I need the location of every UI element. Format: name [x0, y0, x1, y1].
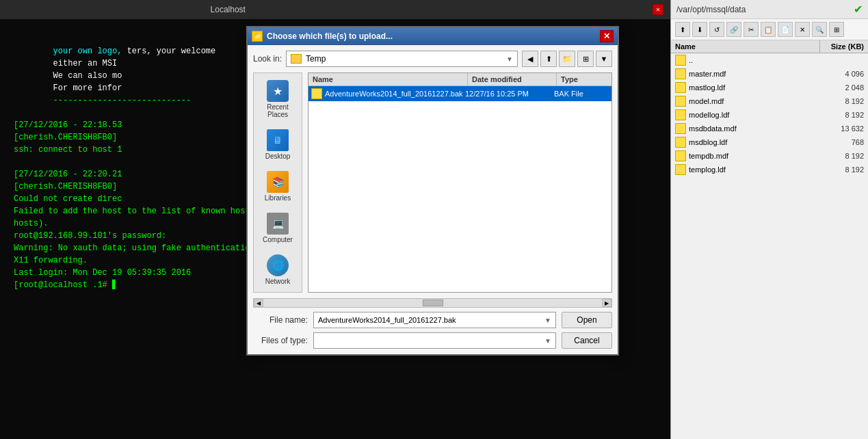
right-file-name: master.mdf — [689, 70, 816, 78]
file-row-type: BAK File — [554, 90, 609, 98]
network-icon-shape: 🌐 — [267, 254, 289, 276]
folder-icon — [291, 54, 302, 64]
file-row-bak[interactable]: AdventureWorks2014_full_20161227.bak 12/… — [308, 86, 611, 101]
right-panel-path: /var/opt/mssql/data ✔ — [671, 0, 868, 19]
file-type-icon — [675, 150, 686, 161]
nav-item-network[interactable]: 🌐 Network — [254, 252, 302, 288]
right-panel-file-item[interactable]: templog.ldf8 192 — [671, 163, 868, 176]
dialog-top-toolbar: ◀ ⬆ 📁 ⊞ ▼ — [522, 51, 612, 67]
toolbar-btn-3[interactable]: ↺ — [709, 22, 724, 37]
toolbar-btn-2[interactable]: ⬇ — [692, 22, 707, 37]
right-file-size: 8 192 — [816, 152, 864, 160]
horizontal-scrollbar[interactable]: ◀ ▶ — [253, 298, 612, 308]
dialog-title-text: Choose which file(s) to upload... — [267, 31, 393, 41]
right-panel-file-list: ..master.mdf4 096mastlog.ldf2 048model.m… — [671, 53, 868, 431]
file-area-header: Name Date modified Type — [308, 73, 611, 86]
right-file-size: 2 048 — [816, 83, 864, 92]
file-type-icon — [675, 55, 686, 66]
dialog-views-btn[interactable]: ⊞ — [577, 51, 594, 67]
toolbar-btn-4[interactable]: 🔗 — [726, 22, 741, 37]
dialog-main-area: ★ Recent Places 🖥 Desktop 📚 — [253, 72, 612, 293]
toolbar-btn-1[interactable]: ⬆ — [675, 22, 690, 37]
nav-item-libraries[interactable]: 📚 Libraries — [254, 168, 302, 204]
right-file-name: .. — [689, 56, 816, 64]
toolbar-btn-9[interactable]: 🔍 — [812, 22, 827, 37]
terminal-title: Localhost — [211, 5, 246, 14]
files-of-type-row: Files of type: ▼ Cancel — [253, 332, 612, 349]
files-of-type-label: Files of type: — [253, 336, 308, 345]
cancel-button[interactable]: Cancel — [562, 332, 612, 349]
file-type-icon — [675, 68, 686, 79]
dialog-back-btn[interactable]: ◀ — [522, 51, 538, 67]
scrollbar-thumb[interactable] — [423, 300, 443, 306]
recent-icon-shape: ★ — [267, 80, 289, 102]
right-panel-file-item[interactable]: master.mdf4 096 — [671, 67, 868, 81]
right-file-size: 4 096 — [816, 70, 864, 78]
right-panel-file-item[interactable]: model.mdf8 192 — [671, 94, 868, 108]
right-file-name: msdblog.ldf — [689, 138, 816, 146]
file-col-type[interactable]: Type — [557, 73, 611, 85]
right-panel-file-item[interactable]: tempdb.mdf8 192 — [671, 149, 868, 163]
terminal-titlebar: Localhost ✕ — [0, 0, 670, 19]
right-file-name: msdbdata.mdf — [689, 124, 816, 133]
look-in-row: Look in: Temp ▼ ◀ ⬆ 📁 ⊞ ▼ — [253, 51, 612, 67]
dialog-close-button[interactable]: ✕ — [600, 30, 614, 42]
open-button[interactable]: Open — [562, 312, 612, 328]
right-panel-file-item[interactable]: msdbdata.mdf13 632 — [671, 122, 868, 135]
libraries-icon: 📚 — [267, 171, 289, 193]
right-file-name: mastlog.ldf — [689, 83, 816, 92]
right-file-name: tempdb.mdf — [689, 152, 816, 160]
files-of-type-dropdown-arrow[interactable]: ▼ — [544, 337, 551, 345]
file-row-modified: 12/27/16 10:25 PM — [465, 90, 554, 98]
dialog-new-folder-btn[interactable]: 📁 — [559, 51, 575, 67]
files-of-type-combo[interactable]: ▼ — [313, 332, 556, 349]
right-file-name: templog.ldf — [689, 165, 816, 174]
right-file-size: 8 192 — [816, 165, 864, 174]
filename-combo[interactable]: AdventureWorks2014_full_20161227.bak ▼ — [313, 312, 556, 328]
file-type-icon — [675, 82, 686, 93]
file-area: Name Date modified Type AdventureWorks20… — [308, 72, 612, 293]
look-in-dropdown-arrow[interactable]: ▼ — [506, 55, 513, 63]
right-panel-toolbar: ⬆ ⬇ ↺ 🔗 ✂ 📋 📄 ✕ 🔍 ⊞ — [671, 19, 868, 40]
toolbar-btn-6[interactable]: 📋 — [761, 22, 776, 37]
filename-label: File name: — [253, 315, 308, 325]
nav-item-recent-places[interactable]: ★ Recent Places — [254, 77, 302, 121]
look-in-combo[interactable]: Temp ▼ — [286, 51, 518, 67]
file-col-name[interactable]: Name — [308, 73, 468, 85]
terminal-close-button[interactable]: ✕ — [653, 4, 663, 15]
computer-icon-shape: 💻 — [267, 213, 289, 235]
file-type-icon — [675, 96, 686, 107]
scrollbar-left-arrow[interactable]: ◀ — [254, 299, 263, 307]
column-name-header: Name — [671, 40, 820, 53]
right-panel-file-item[interactable]: .. — [671, 53, 868, 67]
scrollbar-right-arrow[interactable]: ▶ — [602, 299, 611, 307]
file-row-name: AdventureWorks2014_full_20161227.bak — [325, 90, 465, 98]
look-in-value: Temp — [306, 54, 326, 64]
nav-item-computer[interactable]: 💻 Computer — [254, 210, 302, 246]
right-file-size: 8 192 — [816, 97, 864, 105]
dialog-body: Look in: Temp ▼ ◀ ⬆ 📁 ⊞ ▼ — [248, 45, 618, 354]
libraries-icon-shape: 📚 — [267, 171, 289, 193]
right-file-name: modellog.ldf — [689, 111, 816, 119]
file-col-modified[interactable]: Date modified — [468, 73, 557, 85]
file-upload-dialog[interactable]: 📁 Choose which file(s) to upload... ✕ Lo… — [246, 26, 619, 356]
filename-value: AdventureWorks2014_full_20161227.bak — [318, 316, 456, 324]
filename-dropdown-arrow[interactable]: ▼ — [544, 317, 551, 324]
bak-file-icon — [311, 88, 322, 99]
right-panel-file-item[interactable]: mastlog.ldf2 048 — [671, 81, 868, 94]
toolbar-btn-8[interactable]: ✕ — [795, 22, 810, 37]
right-panel-file-item[interactable]: msdblog.ldf768 — [671, 135, 868, 149]
network-label: Network — [265, 278, 291, 285]
toolbar-btn-7[interactable]: 📄 — [778, 22, 793, 37]
toolbar-btn-10[interactable]: ⊞ — [829, 22, 844, 37]
nav-item-desktop[interactable]: 🖥 Desktop — [254, 127, 302, 163]
right-panel-file-item[interactable]: modellog.ldf8 192 — [671, 108, 868, 122]
file-type-icon — [675, 123, 686, 134]
recent-places-icon: ★ — [267, 80, 289, 102]
dialog-tools-btn[interactable]: ▼ — [596, 51, 612, 67]
computer-icon: 💻 — [267, 213, 289, 235]
computer-label: Computer — [263, 236, 293, 243]
filename-row: File name: AdventureWorks2014_full_20161… — [253, 312, 612, 328]
dialog-up-btn[interactable]: ⬆ — [540, 51, 557, 67]
toolbar-btn-5[interactable]: ✂ — [744, 22, 759, 37]
